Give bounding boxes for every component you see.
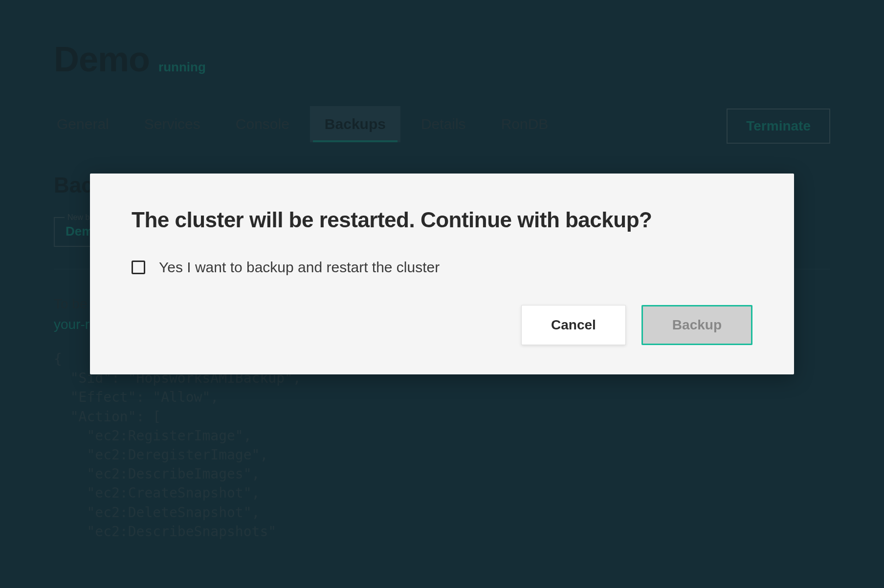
modal-buttons: Cancel Backup — [132, 305, 752, 345]
backup-confirm-modal: The cluster will be restarted. Continue … — [90, 174, 794, 374]
backup-button[interactable]: Backup — [641, 305, 752, 345]
modal-title: The cluster will be restarted. Continue … — [132, 208, 752, 232]
confirm-checkbox-row: Yes I want to backup and restart the clu… — [132, 259, 752, 276]
cancel-button[interactable]: Cancel — [521, 305, 626, 345]
confirm-checkbox[interactable] — [132, 261, 145, 274]
modal-overlay: The cluster will be restarted. Continue … — [0, 0, 884, 588]
confirm-checkbox-label: Yes I want to backup and restart the clu… — [159, 259, 440, 276]
